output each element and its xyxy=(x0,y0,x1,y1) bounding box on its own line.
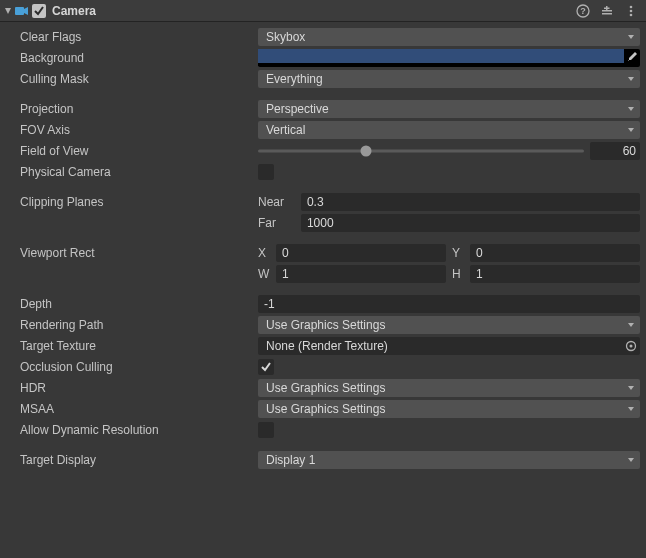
eyedropper-icon[interactable] xyxy=(626,51,638,63)
chevron-down-icon xyxy=(627,75,635,83)
svg-point-8 xyxy=(630,9,633,12)
chevron-down-icon xyxy=(627,405,635,413)
chevron-down-icon xyxy=(627,456,635,464)
chevron-down-icon xyxy=(627,33,635,41)
fov-axis-value: Vertical xyxy=(266,123,305,137)
background-alpha-bar xyxy=(258,64,624,66)
fov-axis-dropdown[interactable]: Vertical xyxy=(258,121,640,139)
context-menu-icon[interactable] xyxy=(624,4,638,18)
target-texture-value: None (Render Texture) xyxy=(266,339,388,353)
culling-mask-value: Everything xyxy=(266,72,323,86)
clipping-far-input[interactable] xyxy=(301,214,640,232)
rendering-path-value: Use Graphics Settings xyxy=(266,318,385,332)
help-icon[interactable]: ? xyxy=(576,4,590,18)
target-display-dropdown[interactable]: Display 1 xyxy=(258,451,640,469)
clipping-far-label: Far xyxy=(258,216,297,230)
svg-point-11 xyxy=(630,345,633,348)
svg-text:?: ? xyxy=(580,6,586,16)
svg-point-9 xyxy=(630,13,633,16)
hdr-label: HDR xyxy=(6,381,258,395)
slider-bar xyxy=(258,150,584,153)
depth-input[interactable] xyxy=(258,295,640,313)
clipping-near-input[interactable] xyxy=(301,193,640,211)
rendering-path-label: Rendering Path xyxy=(6,318,258,332)
viewport-w-input[interactable] xyxy=(276,265,446,283)
projection-dropdown[interactable]: Perspective xyxy=(258,100,640,118)
fov-label: Field of View xyxy=(6,144,258,158)
clipping-planes-label: Clipping Planes xyxy=(6,195,258,209)
viewport-rect-label: Viewport Rect xyxy=(6,246,258,260)
component-body: Clear Flags Skybox Background Culling Ma… xyxy=(0,22,646,477)
viewport-h-label: H xyxy=(452,267,466,281)
msaa-value: Use Graphics Settings xyxy=(266,402,385,416)
component-header: Camera ? xyxy=(0,0,646,22)
object-picker-icon[interactable] xyxy=(625,340,637,352)
foldout-toggle[interactable] xyxy=(2,5,14,17)
viewport-x-label: X xyxy=(258,246,272,260)
viewport-y-input[interactable] xyxy=(470,244,640,262)
projection-label: Projection xyxy=(6,102,258,116)
camera-component-panel: Camera ? Clear Flags Skybox Ba xyxy=(0,0,646,477)
clipping-near-label: Near xyxy=(258,195,297,209)
allow-dynamic-resolution-label: Allow Dynamic Resolution xyxy=(6,423,258,437)
background-color-swatch xyxy=(258,49,624,63)
allow-dynamic-resolution-checkbox[interactable] xyxy=(258,422,274,438)
fov-input[interactable] xyxy=(590,142,640,160)
physical-camera-checkbox[interactable] xyxy=(258,164,274,180)
viewport-w-label: W xyxy=(258,267,272,281)
physical-camera-label: Physical Camera xyxy=(6,165,258,179)
component-enabled-checkbox[interactable] xyxy=(32,4,46,18)
occlusion-culling-checkbox[interactable] xyxy=(258,359,274,375)
culling-mask-dropdown[interactable]: Everything xyxy=(258,70,640,88)
target-display-label: Target Display xyxy=(6,453,258,467)
culling-mask-label: Culling Mask xyxy=(6,72,258,86)
viewport-x-input[interactable] xyxy=(276,244,446,262)
occlusion-culling-label: Occlusion Culling xyxy=(6,360,258,374)
clear-flags-value: Skybox xyxy=(266,30,305,44)
slider-knob[interactable] xyxy=(360,146,371,157)
fov-slider[interactable] xyxy=(258,142,584,160)
camera-icon xyxy=(14,4,30,18)
target-display-value: Display 1 xyxy=(266,453,315,467)
rendering-path-dropdown[interactable]: Use Graphics Settings xyxy=(258,316,640,334)
target-texture-label: Target Texture xyxy=(6,339,258,353)
presets-icon[interactable] xyxy=(600,4,614,18)
msaa-label: MSAA xyxy=(6,402,258,416)
svg-rect-0 xyxy=(15,7,24,15)
fov-axis-label: FOV Axis xyxy=(6,123,258,137)
msaa-dropdown[interactable]: Use Graphics Settings xyxy=(258,400,640,418)
svg-point-7 xyxy=(630,5,633,8)
component-title: Camera xyxy=(52,4,576,18)
hdr-dropdown[interactable]: Use Graphics Settings xyxy=(258,379,640,397)
clear-flags-label: Clear Flags xyxy=(6,30,258,44)
projection-value: Perspective xyxy=(266,102,329,116)
chevron-down-icon xyxy=(627,384,635,392)
target-texture-field[interactable]: None (Render Texture) xyxy=(258,337,640,355)
chevron-down-icon xyxy=(627,105,635,113)
chevron-down-icon xyxy=(627,126,635,134)
viewport-h-input[interactable] xyxy=(470,265,640,283)
clear-flags-dropdown[interactable]: Skybox xyxy=(258,28,640,46)
svg-rect-4 xyxy=(602,13,612,15)
viewport-y-label: Y xyxy=(452,246,466,260)
background-label: Background xyxy=(6,51,258,65)
background-color-field[interactable] xyxy=(258,49,640,67)
hdr-value: Use Graphics Settings xyxy=(266,381,385,395)
svg-rect-6 xyxy=(604,7,610,9)
chevron-down-icon xyxy=(627,321,635,329)
depth-label: Depth xyxy=(6,297,258,311)
